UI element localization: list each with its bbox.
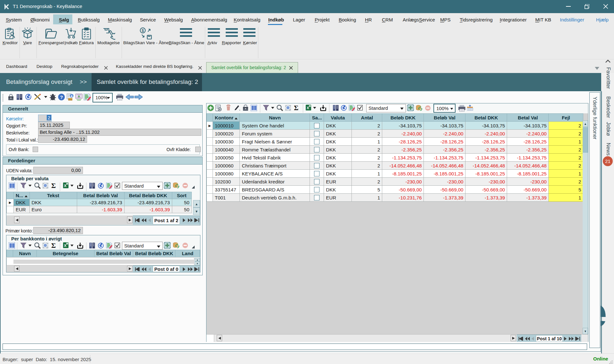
svg-text:?: ? (60, 94, 63, 100)
svg-text:$: $ (142, 28, 144, 33)
svg-text:e: e (601, 303, 607, 331)
